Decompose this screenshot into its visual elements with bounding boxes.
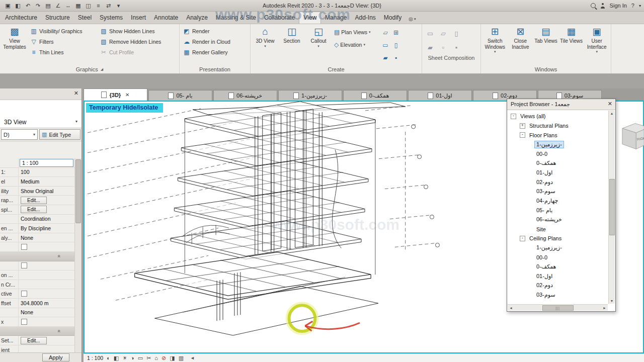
view-tab-aval-01[interactable]: اول-01 — [408, 90, 472, 101]
scroll-up-icon[interactable]: ▲ — [610, 112, 614, 115]
scrollbar-thumb[interactable] — [75, 159, 81, 223]
checkbox[interactable] — [21, 244, 27, 250]
elevation-button[interactable]: ◇ Elevation ▾ — [333, 39, 379, 51]
visual-style-icon[interactable]: ◧ — [114, 355, 119, 361]
shadows-icon[interactable]: ◑ — [131, 355, 134, 361]
tab-architecture[interactable]: Architecture — [1, 12, 41, 24]
tree-item-ceiling-plan[interactable]: زیرزمین-1- — [509, 243, 608, 253]
tab-analyze[interactable]: Analyze — [182, 12, 212, 24]
view-list-button[interactable]: ▪ — [391, 52, 401, 64]
checkbox[interactable] — [21, 319, 27, 325]
panel-label-windows[interactable]: Windows — [481, 65, 611, 73]
help-icon[interactable]: ? — [631, 3, 634, 9]
view-tab-zirzamin-1[interactable]: زیرزمین-1- — [278, 90, 342, 101]
view-scale-value[interactable]: 1 : 100 — [20, 159, 73, 167]
duplicate-view-button[interactable]: ⊞ — [391, 27, 401, 39]
tab-modify[interactable]: Modify — [380, 12, 406, 24]
dimension-icon[interactable]: ↔ — [63, 1, 73, 10]
panel-label-graphics[interactable]: Graphics ◢ — [0, 65, 179, 73]
tab-systems[interactable]: Systems — [96, 12, 127, 24]
callout-button[interactable]: ◱ Callout ▾ — [306, 25, 331, 65]
edit-button[interactable]: Edit... — [21, 206, 47, 213]
project-browser-header[interactable]: Project Browser - 1جمعه ✕ — [507, 99, 615, 110]
tree-item-ceiling-plan[interactable]: 00-0 — [509, 252, 608, 262]
section-icon[interactable]: ◫ — [84, 1, 93, 10]
tab-views-button[interactable]: ▤ Tab Views — [534, 25, 558, 65]
elevation-caret-icon[interactable]: ▾ — [363, 43, 365, 47]
tree-item-floor-plan[interactable]: 00-0 — [509, 149, 608, 159]
sign-in-button[interactable]: Sign In — [610, 3, 627, 9]
view-reference-button[interactable]: ▪ — [450, 41, 462, 54]
tree-item-views-all[interactable]: - Views (all) — [509, 112, 608, 121]
tree-item-structural-plans[interactable]: + Structural Plans — [509, 121, 608, 131]
scale-control[interactable]: 1 : 100 — [87, 355, 103, 361]
switch-windows-caret-icon[interactable]: ▾ — [494, 50, 496, 54]
search-icon[interactable] — [591, 3, 596, 8]
thin-lines-button[interactable]: ≡ Thin Lines — [29, 47, 97, 57]
checkbox[interactable] — [21, 291, 27, 297]
parts-visibility-value[interactable]: Show Original — [19, 188, 75, 194]
scope-box-value[interactable]: None — [19, 309, 75, 315]
temporary-hide-isolate-icon[interactable]: ⊘ — [162, 355, 166, 361]
filters-button[interactable]: ▽ Filters — [29, 37, 97, 47]
app-menu-icon[interactable]: ▣ — [3, 1, 13, 10]
tab-steel[interactable]: Steel — [74, 12, 96, 24]
tree-item-floor-plan[interactable]: بام -05 — [509, 206, 608, 215]
scale-value[interactable]: 100 — [19, 169, 75, 175]
scrollbar-thumb[interactable] — [609, 179, 615, 235]
collapse-expander-icon[interactable]: - — [520, 236, 525, 241]
apply-button[interactable]: Apply — [42, 353, 69, 361]
user-icon[interactable] — [600, 3, 605, 9]
tree-item-ceiling-plan[interactable]: همکف-0 — [509, 262, 608, 272]
type-selector[interactable]: 3D View ▾ — [0, 100, 82, 128]
tab-insert[interactable]: Insert — [127, 12, 150, 24]
tree-item-ceiling-plans[interactable]: - Ceiling Plans — [509, 234, 608, 243]
render-button[interactable]: ◩ Render — [182, 26, 232, 36]
view-templates-button[interactable]: ▩ View Templates — [2, 25, 27, 65]
vertical-scrollbar[interactable]: ▲ ▼ — [608, 111, 615, 304]
user-interface-caret-icon[interactable]: ▾ — [596, 50, 598, 54]
plan-views-button[interactable]: ▤ Plan Views ▾ — [333, 26, 379, 38]
tree-item-floor-plan[interactable]: همکف-0 — [509, 158, 608, 168]
close-inactive-button[interactable]: ⊠ Close Inactive — [509, 25, 533, 65]
crop-view-icon[interactable]: ▭ — [138, 355, 143, 361]
panel-label-create[interactable]: Create — [251, 65, 422, 73]
collapse-expander-icon[interactable]: - — [511, 114, 516, 119]
checkbox[interactable] — [21, 262, 27, 268]
switch-windows-button[interactable]: ⊞ Switch Windows ▾ — [483, 25, 507, 65]
show-hidden-lines-button[interactable]: ▨ Show Hidden Lines — [99, 26, 173, 36]
tree-item-ceiling-plan[interactable]: دوم-02 — [509, 281, 608, 290]
crop-region-icon[interactable]: ✂ — [146, 355, 151, 361]
ribbon-state-toggle[interactable]: ◎ ▾ — [406, 14, 419, 24]
thin-lines-icon[interactable]: ≡ — [94, 1, 103, 10]
revisions-button[interactable]: ▯ — [450, 27, 462, 40]
view-tab-bam-05[interactable]: بام -05 — [148, 90, 212, 101]
type-combo[interactable]: D) ▾ — [1, 129, 38, 140]
locked-3d-icon[interactable]: ⌂ — [154, 355, 158, 361]
tree-item-floor-plan[interactable]: اول-01 — [509, 168, 608, 177]
title-block-button[interactable]: ▱ — [437, 27, 449, 40]
analysis-display-value[interactable]: None — [19, 235, 75, 241]
edit-button[interactable]: Edit... — [21, 197, 47, 204]
show-hidden-lines-value[interactable]: By Discipline — [19, 225, 75, 231]
panel-label-presentation[interactable]: Presentation — [180, 65, 250, 73]
section-button[interactable]: ◫ Section — [279, 25, 304, 65]
legends-button[interactable]: ▭ — [380, 39, 390, 51]
title-menu-caret-icon[interactable]: ▾ — [639, 4, 641, 8]
close-view-icon[interactable]: ✕ — [125, 92, 129, 98]
qat-customize-icon[interactable]: ▾ — [114, 1, 123, 10]
scroll-down-icon[interactable]: ▼ — [610, 299, 614, 303]
tree-item-floor-plan[interactable]: سوم-03 — [509, 187, 608, 197]
measure-icon[interactable]: ∠ — [53, 1, 63, 10]
tree-item-floor-plan[interactable]: چهارم-04 — [509, 196, 608, 206]
grid-icon[interactable]: ▦ — [73, 1, 83, 10]
callout-caret-icon[interactable]: ▾ — [317, 44, 319, 48]
close-properties-icon[interactable]: ✕ — [74, 90, 78, 97]
undo-icon[interactable]: ↶ — [23, 1, 33, 10]
expand-expander-icon[interactable]: + — [520, 123, 525, 129]
tab-manage[interactable]: Manage — [321, 12, 351, 24]
tree-item-floor-plan[interactable]: دوم-02 — [509, 177, 608, 187]
tab-annotate[interactable]: Annotate — [150, 12, 182, 24]
print-icon[interactable]: ▤ — [43, 1, 53, 10]
tab-structure[interactable]: Structure — [41, 12, 74, 24]
